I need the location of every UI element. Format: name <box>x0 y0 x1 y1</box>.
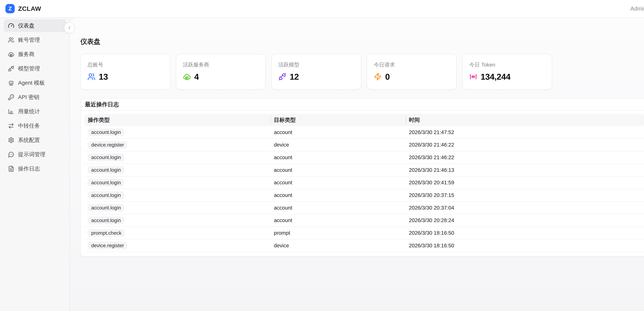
sidebar-item-label: 服务商 <box>18 51 34 58</box>
target-cell: device <box>270 139 406 151</box>
body-row: 仪表盘 账号管理 服务商 模型管理 Agent 模板 API 密钥 <box>0 18 644 311</box>
sidebar-item-label: 提示词管理 <box>18 151 45 158</box>
sidebar-item-dashboard[interactable]: 仪表盘 <box>4 19 66 32</box>
target-cell: account <box>270 201 406 214</box>
zclaw-admin-app: Z ZCLAW Admin 仪表盘 账号管理 服务商 模型管理 <box>0 0 644 311</box>
main-panel: 仪表盘 总账号 13 活跃服务商 4 <box>70 17 644 311</box>
time-cell: 2026/3/30 18:16:50 <box>406 227 644 239</box>
plug-icon <box>8 66 14 72</box>
target-cell: account <box>270 126 406 139</box>
brand-name: ZCLAW <box>18 5 41 12</box>
stat-value: 4 <box>194 72 199 82</box>
target-cell: account <box>270 164 406 176</box>
bar-chart-icon <box>8 108 14 115</box>
stat-card-today-requests: 今日请求 0 <box>367 54 457 90</box>
users-icon <box>8 37 14 43</box>
admin-user-menu[interactable]: Admin <box>630 6 644 12</box>
sidebar-item-label: 操作日志 <box>18 165 40 172</box>
users-icon <box>88 73 96 81</box>
stat-value: 12 <box>290 72 299 82</box>
stat-label: 今日请求 <box>374 61 450 68</box>
lightning-icon <box>374 73 382 81</box>
column-header-time: 时间 <box>406 114 644 126</box>
chevron-left-icon <box>67 26 72 30</box>
table-row: account.login account 2026/3/30 21:46:13 <box>84 164 644 176</box>
key-icon <box>8 94 14 100</box>
stat-card-total-accounts: 总账号 13 <box>80 54 170 90</box>
brand-logo-letter: Z <box>8 6 12 12</box>
table-row: account.login account 2026/3/30 21:47:52 <box>84 126 644 139</box>
action-tag: device.register <box>88 242 128 249</box>
time-cell: 2026/3/30 21:46:22 <box>406 139 644 151</box>
sidebar-item-label: API 密钥 <box>18 93 39 101</box>
time-cell: 2026/3/30 20:41:59 <box>406 176 644 189</box>
sidebar-item-accounts[interactable]: 账号管理 <box>4 34 66 46</box>
sidebar-item-label: Agent 模板 <box>18 79 45 87</box>
time-cell: 2026/3/30 21:46:22 <box>406 151 644 164</box>
gear-icon <box>8 137 14 143</box>
time-cell: 2026/3/30 20:28:24 <box>406 214 644 227</box>
table-row: prompt.check prompt 2026/3/30 18:16:50 <box>84 227 644 239</box>
sidebar-item-agent-templates[interactable]: Agent 模板 <box>4 77 66 89</box>
time-cell: 2026/3/30 20:37:04 <box>406 201 644 214</box>
target-cell: prompt <box>270 227 406 239</box>
sidebar-item-label: 系统配置 <box>18 136 40 144</box>
action-tag: account.login <box>88 191 124 199</box>
action-tag: account.login <box>88 204 124 212</box>
action-tag: account.login <box>88 154 124 161</box>
stat-card-today-tokens: 今日 Token 134,244 <box>462 54 552 90</box>
sidebar-item-operation-logs[interactable]: 操作日志 <box>4 162 66 175</box>
brand-logo: Z <box>6 4 15 13</box>
top-header: Z ZCLAW Admin <box>0 0 644 18</box>
file-text-icon <box>8 166 14 172</box>
message-dots-icon <box>8 151 14 158</box>
sidebar-item-api-keys[interactable]: API 密钥 <box>4 91 66 104</box>
time-cell: 2026/3/30 21:47:52 <box>406 126 644 139</box>
stat-label: 总账号 <box>88 61 163 68</box>
sidebar-item-prompts[interactable]: 提示词管理 <box>4 148 66 161</box>
sidebar-item-label: 模型管理 <box>18 65 40 72</box>
stat-label: 活跃服务商 <box>183 61 259 68</box>
cloud-server-icon <box>183 73 191 81</box>
bot-icon <box>8 80 14 86</box>
plug-icon <box>278 73 286 81</box>
sidebar-item-models[interactable]: 模型管理 <box>4 62 66 75</box>
table-row: account.login account 2026/3/30 20:28:24 <box>84 214 644 227</box>
action-tag: account.login <box>88 179 124 186</box>
sidebar-item-label: 中转任务 <box>18 122 40 130</box>
target-cell: account <box>270 151 406 164</box>
target-cell: account <box>270 189 406 202</box>
stat-value: 0 <box>385 72 390 82</box>
sidebar-item-label: 用量统计 <box>18 108 40 115</box>
sidebar-item-label: 仪表盘 <box>18 22 34 29</box>
target-cell: account <box>270 214 406 227</box>
table-row: account.login account 2026/3/30 21:46:22 <box>84 151 644 164</box>
transfer-arrows-icon <box>8 123 14 129</box>
sidebar-item-relay-tasks[interactable]: 中转任务 <box>4 120 66 132</box>
sidebar-item-providers[interactable]: 服务商 <box>4 48 66 61</box>
stat-card-active-models: 活跃模型 12 <box>271 54 361 90</box>
action-tag: prompt.check <box>88 229 125 237</box>
table-row: account.login account 2026/3/30 20:37:04 <box>84 201 644 214</box>
gauge-icon <box>8 23 14 29</box>
stat-value: 134,244 <box>481 72 510 82</box>
table-row: account.login account 2026/3/30 20:41:59 <box>84 176 644 189</box>
column-header-target-type: 目标类型 <box>270 114 406 126</box>
stat-value: 13 <box>99 72 108 82</box>
sidebar-item-usage-stats[interactable]: 用量统计 <box>4 105 66 118</box>
target-cell: account <box>270 176 406 189</box>
stat-cards-row: 总账号 13 活跃服务商 4 活跃模型 <box>80 54 644 90</box>
action-tag: account.login <box>88 216 124 224</box>
sidebar-item-system-config[interactable]: 系统配置 <box>4 134 66 146</box>
stat-label: 活跃模型 <box>278 61 354 68</box>
time-cell: 2026/3/30 21:46:13 <box>406 164 644 176</box>
time-cell: 2026/3/30 18:16:50 <box>406 239 644 252</box>
table-row: account.login account 2026/3/30 20:37:15 <box>84 189 644 202</box>
sidebar-collapse-button[interactable] <box>64 22 75 33</box>
recent-logs-card: 最近操作日志 操作类型 目标类型 时间 <box>80 98 644 257</box>
action-tag: account.login <box>88 128 124 136</box>
table-row: device.register device 2026/3/30 21:46:2… <box>84 139 644 151</box>
stat-card-active-providers: 活跃服务商 4 <box>176 54 266 90</box>
recent-logs-table: 操作类型 目标类型 时间 account.login account 2026/… <box>84 114 644 252</box>
token-width-icon <box>469 73 477 81</box>
